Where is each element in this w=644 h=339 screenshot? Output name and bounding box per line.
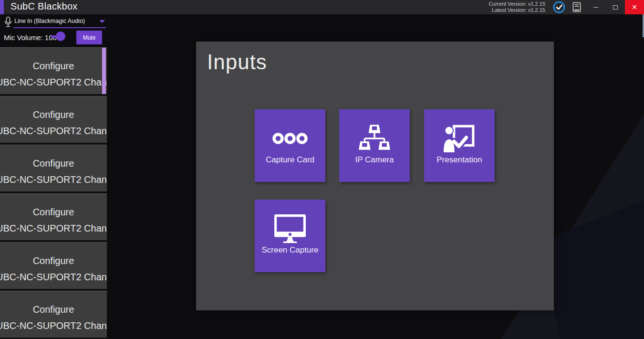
log-icon (572, 2, 581, 12)
select-underline (13, 27, 106, 28)
version-info: Current Version: v1.2.15 Latest Version:… (488, 1, 545, 13)
channel-item[interactable]: ConfigureUBC-NC-SUPORT2 Channel (0, 96, 107, 143)
page-title: Inputs (207, 50, 267, 74)
mute-button[interactable]: Mute (76, 31, 102, 44)
presentation-icon (444, 125, 475, 152)
tile-ip-camera[interactable]: IP Camera (339, 109, 410, 182)
update-status-button[interactable] (552, 0, 566, 14)
current-version-label: Current Version: v1.2.15 (488, 1, 545, 7)
check-circle-icon (553, 1, 565, 13)
channel-name: UBC-NC-SUPORT2 Channel (0, 272, 107, 282)
slider-thumb[interactable] (56, 32, 65, 41)
tile-label: IP Camera (339, 155, 410, 165)
channel-name: UBC-NC-SUPORT2 Channel (0, 126, 107, 136)
channel-action: Configure (33, 158, 74, 169)
selected-indicator (102, 48, 106, 94)
channel-action: Configure (33, 109, 74, 120)
app-window: SubC Blackbox Current Version: v1.2.15 L… (0, 0, 644, 339)
ip-camera-icon (359, 124, 390, 153)
inputs-panel: Inputs Capture Card (196, 42, 554, 310)
channel-item[interactable]: ConfigureUBC-NC-SUPORT2 Channel (0, 242, 107, 289)
tile-screen-capture[interactable]: Screen Capture (255, 200, 325, 272)
tile-presentation[interactable]: Presentation (424, 109, 495, 182)
channel-name: UBC-NC-SUPORT2 Channel (0, 223, 107, 233)
capture-card-icon (272, 132, 308, 145)
channel-item[interactable]: ConfigureUBC-NC-SUPORT2 Channel (0, 291, 107, 338)
channel-item[interactable]: ConfigureUBC-NC-SUPORT2 Channel (0, 193, 107, 241)
channel-action: Configure (33, 207, 74, 217)
channel-action: Configure (33, 304, 74, 315)
audio-device-select[interactable]: Line In (Blackmagic Audio) (14, 18, 106, 26)
log-button[interactable] (571, 0, 583, 14)
maximize-icon (613, 5, 618, 10)
accent-corner (0, 0, 4, 14)
minimize-icon (593, 7, 598, 8)
chevron-down-icon[interactable] (99, 20, 105, 23)
tile-label: Screen Capture (255, 245, 325, 255)
channel-item[interactable]: ConfigureUBC-NC-SUPORT2 Channel (0, 145, 107, 192)
microphone-icon (4, 16, 12, 28)
channel-item[interactable]: ConfigureUBC-NC-SUPORT2 Channel (0, 47, 107, 95)
close-icon: ✕ (632, 3, 637, 11)
titlebar: SubC Blackbox Current Version: v1.2.15 L… (0, 0, 644, 14)
channel-name: UBC-NC-SUPORT2 Channel (0, 174, 107, 185)
audio-controls: Line In (Blackmagic Audio) Mic Volume: 1… (0, 14, 177, 46)
latest-version-label: Latest Version: v1.2.15 (488, 7, 545, 13)
mic-volume-slider[interactable] (50, 31, 67, 42)
screen-capture-icon (274, 214, 306, 243)
tile-label: Presentation (424, 155, 495, 165)
channel-action: Configure (33, 61, 74, 71)
channel-name: UBC-NC-SUPORT2 Channel (0, 320, 107, 331)
channel-action: Configure (33, 255, 74, 266)
app-title: SubC Blackbox (10, 1, 78, 12)
channel-name: UBC-NC-SUPORT2 Channel (0, 77, 107, 87)
tile-capture-card[interactable]: Capture Card (255, 109, 325, 182)
tile-label: Capture Card (255, 155, 325, 165)
maximize-button[interactable] (606, 0, 625, 14)
close-button[interactable]: ✕ (625, 0, 644, 14)
mic-volume-label: Mic Volume: 100 (4, 33, 57, 42)
minimize-button[interactable] (586, 0, 606, 14)
